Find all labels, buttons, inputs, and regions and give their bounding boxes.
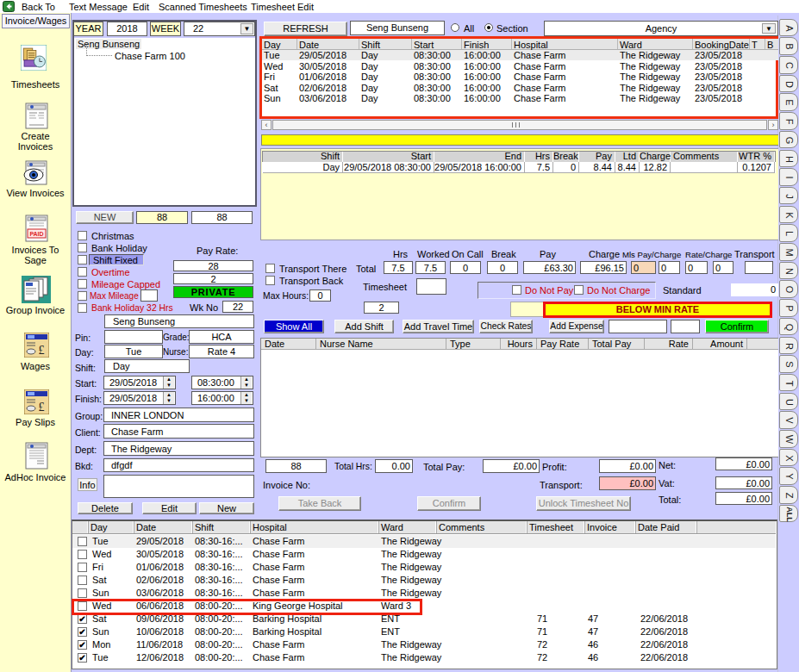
svg-text:£: £	[39, 401, 45, 414]
svg-text:PAID: PAID	[29, 231, 43, 237]
svg-text:£: £	[39, 344, 45, 357]
